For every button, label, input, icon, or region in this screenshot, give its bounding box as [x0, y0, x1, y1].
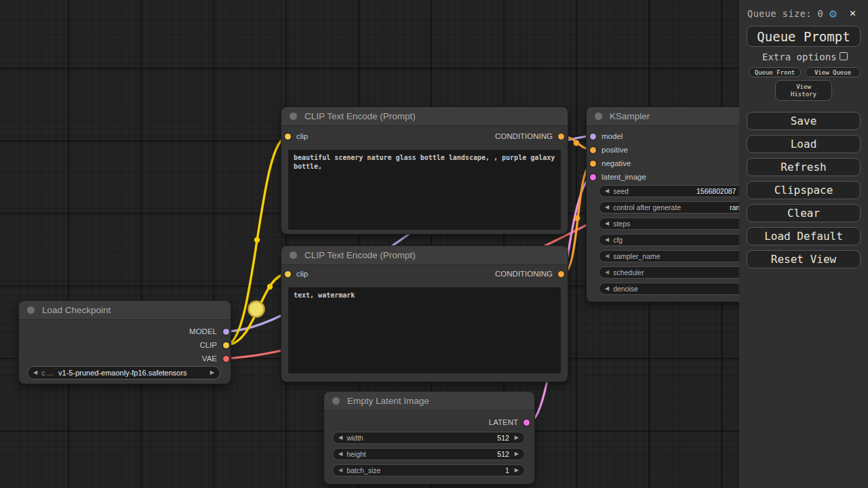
widget-label: seed — [613, 187, 629, 195]
widget-value: 1566802087 — [696, 187, 736, 195]
widget-value: 512 — [497, 434, 509, 442]
widget-value: 1 — [505, 466, 509, 474]
link-dot-conditioning — [574, 216, 580, 222]
clear-button[interactable]: Clear — [747, 204, 861, 222]
extra-options-checkbox[interactable] — [840, 52, 848, 60]
node-titlebar[interactable]: CLIP Text Encode (Prompt) — [281, 107, 568, 126]
collapse-dot-icon[interactable] — [27, 306, 35, 314]
prompt-textarea[interactable]: text, watermark — [288, 287, 561, 373]
queue-prompt-button[interactable]: Queue Prompt — [747, 26, 861, 47]
input-label-model: model — [601, 132, 623, 140]
link-dot-clip — [267, 284, 273, 289]
collapse-dot-icon[interactable] — [290, 113, 297, 120]
output-label-clip: CLIP — [199, 341, 217, 349]
widget-width[interactable]: ◀ width 512 ▶ — [332, 432, 525, 444]
collapse-dot-icon[interactable] — [595, 113, 602, 120]
decrement-icon[interactable]: ◀ — [605, 253, 609, 259]
node-titlebar[interactable]: Load Checkpoint — [19, 301, 231, 320]
clipspace-button[interactable]: Clipspace — [747, 181, 861, 199]
increment-icon[interactable]: ▶ — [515, 435, 519, 441]
collapse-dot-icon[interactable] — [332, 397, 340, 405]
decrement-icon[interactable]: ◀ — [338, 468, 342, 473]
load-default-button[interactable]: Load Default — [747, 227, 861, 245]
widget-height[interactable]: ◀ height 512 ▶ — [332, 448, 525, 460]
node-title: KSampler — [610, 111, 650, 121]
widget-value: v1-5-pruned-emaonly-fp16.safetensors — [58, 369, 187, 377]
link-junction-clip[interactable] — [249, 302, 264, 317]
widget-label: steps — [613, 220, 630, 228]
output-label-conditioning: CONDITIONING — [495, 270, 553, 278]
input-port-clip[interactable] — [285, 134, 291, 140]
increment-icon[interactable]: ▶ — [515, 451, 519, 457]
refresh-button[interactable]: Refresh — [747, 158, 861, 176]
node-titlebar[interactable]: CLIP Text Encode (Prompt) — [281, 246, 568, 265]
view-history-button[interactable]: View History — [775, 80, 832, 101]
decrement-icon[interactable]: ◀ — [338, 451, 342, 457]
input-port-positive[interactable] — [590, 147, 596, 153]
decrement-icon[interactable]: ◀ — [605, 221, 609, 226]
widget-label: height — [347, 450, 366, 458]
prompt-textarea[interactable]: beautiful scenery nature glass bottle la… — [288, 150, 561, 230]
decrement-icon[interactable]: ◀ — [605, 286, 609, 291]
increment-icon[interactable]: ▶ — [515, 468, 519, 473]
input-label-latent-image: latent_image — [601, 173, 646, 181]
node-clip-text-encode-negative[interactable]: CLIP Text Encode (Prompt) clip CONDITION… — [281, 246, 568, 382]
decrement-icon[interactable]: ◀ — [605, 237, 609, 243]
widget-label: cfg — [613, 236, 623, 244]
output-label-model: MODEL — [189, 327, 217, 336]
view-history-line2: History — [791, 91, 816, 98]
node-clip-text-encode-positive[interactable]: CLIP Text Encode (Prompt) clip CONDITION… — [281, 107, 568, 234]
input-label-clip: clip — [296, 132, 308, 140]
main-menu-panel: Queue size: 0 ⚙ ✕ Queue Prompt Extra opt… — [739, 0, 868, 488]
view-history-line1: View — [796, 83, 811, 91]
output-port-model[interactable] — [223, 329, 229, 335]
widget-label: c ... — [41, 369, 53, 377]
output-label-latent: LATENT — [489, 418, 518, 426]
settings-gear-icon[interactable]: ⚙ — [829, 6, 837, 20]
widget-value: 512 — [497, 450, 509, 458]
widget-ckpt-name[interactable]: ◀ c ... v1-5-pruned-emaonly-fp16.safeten… — [27, 366, 220, 380]
link-dot-clip — [254, 237, 260, 243]
node-load-checkpoint[interactable]: Load Checkpoint MODEL CLIP VAE ◀ c ... v… — [19, 301, 231, 384]
node-title: Load Checkpoint — [42, 305, 111, 315]
next-option-icon[interactable]: ▶ — [210, 370, 214, 375]
input-label-negative: negative — [601, 159, 631, 167]
decrement-icon[interactable]: ◀ — [605, 205, 609, 210]
node-title: CLIP Text Encode (Prompt) — [304, 250, 416, 260]
output-port-conditioning[interactable] — [558, 134, 564, 140]
save-button[interactable]: Save — [747, 112, 861, 130]
node-titlebar[interactable]: Empty Latent Image — [324, 392, 534, 411]
wire-clip-negative — [226, 274, 288, 345]
widget-label: control after generate — [613, 203, 681, 211]
node-empty-latent-image[interactable]: Empty Latent Image LATENT ◀ width 512 ▶ … — [324, 392, 534, 484]
output-label-conditioning: CONDITIONING — [495, 132, 553, 140]
queue-front-button[interactable]: Queue Front — [749, 67, 801, 77]
input-port-latent-image[interactable] — [590, 174, 596, 180]
prev-option-icon[interactable]: ◀ — [33, 370, 37, 375]
output-label-vae: VAE — [202, 354, 217, 363]
input-label-clip: clip — [296, 270, 308, 278]
output-port-conditioning[interactable] — [558, 271, 564, 277]
node-title: Empty Latent Image — [347, 396, 429, 406]
output-port-clip[interactable] — [223, 342, 229, 348]
decrement-icon[interactable]: ◀ — [338, 435, 342, 441]
node-title: CLIP Text Encode (Prompt) — [304, 111, 416, 121]
extra-options-label: Extra options — [762, 52, 837, 62]
decrement-icon[interactable]: ◀ — [605, 188, 609, 194]
input-port-clip[interactable] — [285, 271, 291, 277]
collapse-dot-icon[interactable] — [290, 251, 297, 259]
widget-label: denoise — [613, 285, 638, 293]
close-icon[interactable]: ✕ — [850, 7, 856, 19]
reset-view-button[interactable]: Reset View — [747, 250, 861, 268]
decrement-icon[interactable]: ◀ — [605, 270, 609, 275]
output-port-vae[interactable] — [223, 356, 229, 362]
input-port-negative[interactable] — [590, 161, 596, 167]
wire-clip-positive — [226, 136, 288, 345]
output-port-latent[interactable] — [524, 420, 530, 426]
input-port-model[interactable] — [590, 134, 596, 140]
node-graph-canvas[interactable]: KSampler model positive negative latent_… — [0, 0, 868, 488]
widget-batch-size[interactable]: ◀ batch_size 1 ▶ — [332, 464, 525, 476]
input-label-positive: positive — [601, 146, 628, 154]
load-button[interactable]: Load — [747, 135, 861, 153]
view-queue-button[interactable]: View Queue — [805, 67, 861, 77]
